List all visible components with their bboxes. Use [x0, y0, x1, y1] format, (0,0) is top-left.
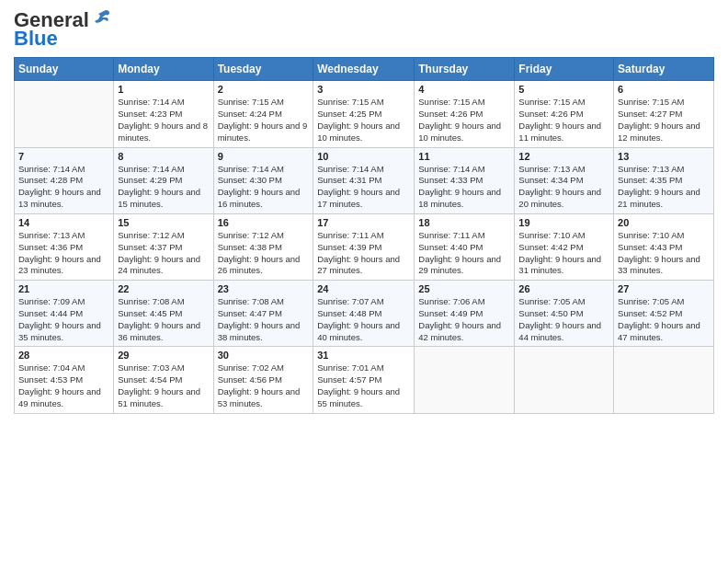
- calendar-cell: 26Sunrise: 7:05 AMSunset: 4:50 PMDayligh…: [515, 281, 614, 347]
- day-number: 17: [317, 217, 410, 228]
- weekday-header-friday: Friday: [515, 58, 614, 81]
- header: General Blue: [14, 9, 714, 50]
- day-number: 19: [518, 217, 609, 228]
- calendar-cell: 16Sunrise: 7:12 AMSunset: 4:38 PMDayligh…: [213, 213, 313, 280]
- day-detail: Sunrise: 7:05 AMSunset: 4:50 PMDaylight:…: [518, 296, 609, 343]
- calendar-cell: 1Sunrise: 7:14 AMSunset: 4:23 PMDaylight…: [114, 81, 213, 147]
- calendar-cell: 15Sunrise: 7:12 AMSunset: 4:37 PMDayligh…: [114, 213, 213, 280]
- calendar-cell: 6Sunrise: 7:15 AMSunset: 4:27 PMDaylight…: [614, 81, 714, 147]
- calendar-cell: 28Sunrise: 7:04 AMSunset: 4:53 PMDayligh…: [15, 347, 114, 413]
- day-detail: Sunrise: 7:01 AMSunset: 4:57 PMDaylight:…: [317, 362, 410, 409]
- day-number: 2: [218, 84, 310, 95]
- day-detail: Sunrise: 7:15 AMSunset: 4:25 PMDaylight:…: [317, 97, 410, 144]
- day-number: 12: [518, 151, 609, 162]
- day-detail: Sunrise: 7:15 AMSunset: 4:26 PMDaylight:…: [418, 97, 510, 144]
- day-detail: Sunrise: 7:10 AMSunset: 4:42 PMDaylight:…: [518, 230, 609, 277]
- day-number: 27: [618, 283, 710, 294]
- weekday-header-sunday: Sunday: [15, 58, 114, 81]
- weekday-header-tuesday: Tuesday: [213, 58, 313, 81]
- calendar-cell: 8Sunrise: 7:14 AMSunset: 4:29 PMDaylight…: [114, 147, 213, 213]
- day-detail: Sunrise: 7:12 AMSunset: 4:37 PMDaylight:…: [118, 230, 209, 277]
- logo: General Blue: [14, 9, 111, 50]
- day-detail: Sunrise: 7:08 AMSunset: 4:47 PMDaylight:…: [218, 296, 310, 343]
- day-detail: Sunrise: 7:11 AMSunset: 4:39 PMDaylight:…: [317, 230, 410, 277]
- week-row-4: 21Sunrise: 7:09 AMSunset: 4:44 PMDayligh…: [15, 281, 714, 347]
- logo-bird-icon: [91, 8, 111, 29]
- weekday-header-thursday: Thursday: [415, 58, 515, 81]
- day-number: 31: [317, 350, 410, 361]
- day-number: 24: [317, 283, 410, 294]
- day-detail: Sunrise: 7:10 AMSunset: 4:43 PMDaylight:…: [618, 230, 710, 277]
- calendar-table: SundayMondayTuesdayWednesdayThursdayFrid…: [14, 57, 714, 413]
- calendar-cell: 2Sunrise: 7:15 AMSunset: 4:24 PMDaylight…: [213, 81, 313, 147]
- day-detail: Sunrise: 7:02 AMSunset: 4:56 PMDaylight:…: [218, 362, 310, 409]
- calendar-cell: 18Sunrise: 7:11 AMSunset: 4:40 PMDayligh…: [415, 213, 515, 280]
- calendar-cell: 19Sunrise: 7:10 AMSunset: 4:42 PMDayligh…: [515, 213, 614, 280]
- calendar-cell: 20Sunrise: 7:10 AMSunset: 4:43 PMDayligh…: [614, 213, 714, 280]
- day-detail: Sunrise: 7:15 AMSunset: 4:27 PMDaylight:…: [618, 97, 710, 144]
- day-detail: Sunrise: 7:06 AMSunset: 4:49 PMDaylight:…: [418, 296, 510, 343]
- day-number: 11: [418, 151, 510, 162]
- calendar-cell: [15, 81, 114, 147]
- day-number: 25: [418, 283, 510, 294]
- calendar-cell: 4Sunrise: 7:15 AMSunset: 4:26 PMDaylight…: [415, 81, 515, 147]
- day-number: 8: [118, 151, 209, 162]
- day-number: 9: [218, 151, 310, 162]
- day-detail: Sunrise: 7:14 AMSunset: 4:33 PMDaylight:…: [418, 164, 510, 211]
- day-number: 13: [618, 151, 710, 162]
- main-container: General Blue SundayMondayTuesdayWednesda…: [0, 0, 728, 423]
- day-number: 21: [18, 283, 109, 294]
- calendar-cell: 17Sunrise: 7:11 AMSunset: 4:39 PMDayligh…: [313, 213, 415, 280]
- calendar-cell: [614, 347, 714, 413]
- day-number: 10: [317, 151, 410, 162]
- calendar-cell: 9Sunrise: 7:14 AMSunset: 4:30 PMDaylight…: [213, 147, 313, 213]
- day-detail: Sunrise: 7:09 AMSunset: 4:44 PMDaylight:…: [18, 296, 109, 343]
- day-detail: Sunrise: 7:13 AMSunset: 4:35 PMDaylight:…: [618, 164, 710, 211]
- day-detail: Sunrise: 7:11 AMSunset: 4:40 PMDaylight:…: [418, 230, 510, 277]
- weekday-header-saturday: Saturday: [614, 58, 714, 81]
- week-row-2: 7Sunrise: 7:14 AMSunset: 4:28 PMDaylight…: [15, 147, 714, 213]
- weekday-header-wednesday: Wednesday: [313, 58, 415, 81]
- week-row-1: 1Sunrise: 7:14 AMSunset: 4:23 PMDaylight…: [15, 81, 714, 147]
- calendar-cell: 21Sunrise: 7:09 AMSunset: 4:44 PMDayligh…: [15, 281, 114, 347]
- week-row-5: 28Sunrise: 7:04 AMSunset: 4:53 PMDayligh…: [15, 347, 714, 413]
- calendar-cell: 11Sunrise: 7:14 AMSunset: 4:33 PMDayligh…: [415, 147, 515, 213]
- day-number: 20: [618, 217, 710, 228]
- calendar-cell: 10Sunrise: 7:14 AMSunset: 4:31 PMDayligh…: [313, 147, 415, 213]
- calendar-cell: 13Sunrise: 7:13 AMSunset: 4:35 PMDayligh…: [614, 147, 714, 213]
- day-number: 16: [218, 217, 310, 228]
- week-row-3: 14Sunrise: 7:13 AMSunset: 4:36 PMDayligh…: [15, 213, 714, 280]
- weekday-header-monday: Monday: [114, 58, 213, 81]
- day-detail: Sunrise: 7:13 AMSunset: 4:34 PMDaylight:…: [518, 164, 609, 211]
- day-detail: Sunrise: 7:14 AMSunset: 4:28 PMDaylight:…: [18, 164, 109, 211]
- day-number: 5: [518, 84, 609, 95]
- calendar-cell: [415, 347, 515, 413]
- day-detail: Sunrise: 7:07 AMSunset: 4:48 PMDaylight:…: [317, 296, 410, 343]
- day-number: 28: [18, 350, 109, 361]
- day-number: 30: [218, 350, 310, 361]
- weekday-header-row: SundayMondayTuesdayWednesdayThursdayFrid…: [15, 58, 714, 81]
- calendar-cell: 31Sunrise: 7:01 AMSunset: 4:57 PMDayligh…: [313, 347, 415, 413]
- day-detail: Sunrise: 7:08 AMSunset: 4:45 PMDaylight:…: [118, 296, 209, 343]
- calendar-cell: 25Sunrise: 7:06 AMSunset: 4:49 PMDayligh…: [415, 281, 515, 347]
- day-number: 26: [518, 283, 609, 294]
- calendar-cell: 14Sunrise: 7:13 AMSunset: 4:36 PMDayligh…: [15, 213, 114, 280]
- day-detail: Sunrise: 7:14 AMSunset: 4:23 PMDaylight:…: [118, 97, 209, 144]
- day-detail: Sunrise: 7:14 AMSunset: 4:29 PMDaylight:…: [118, 164, 209, 211]
- day-detail: Sunrise: 7:15 AMSunset: 4:24 PMDaylight:…: [218, 97, 310, 144]
- day-number: 1: [118, 84, 209, 95]
- calendar-cell: 23Sunrise: 7:08 AMSunset: 4:47 PMDayligh…: [213, 281, 313, 347]
- calendar-cell: [515, 347, 614, 413]
- day-detail: Sunrise: 7:15 AMSunset: 4:26 PMDaylight:…: [518, 97, 609, 144]
- day-number: 7: [18, 151, 109, 162]
- calendar-cell: 5Sunrise: 7:15 AMSunset: 4:26 PMDaylight…: [515, 81, 614, 147]
- day-number: 18: [418, 217, 510, 228]
- calendar-cell: 7Sunrise: 7:14 AMSunset: 4:28 PMDaylight…: [15, 147, 114, 213]
- calendar-cell: 12Sunrise: 7:13 AMSunset: 4:34 PMDayligh…: [515, 147, 614, 213]
- day-detail: Sunrise: 7:13 AMSunset: 4:36 PMDaylight:…: [18, 230, 109, 277]
- day-number: 23: [218, 283, 310, 294]
- day-number: 6: [618, 84, 710, 95]
- logo-blue-text: Blue: [14, 28, 58, 50]
- day-number: 15: [118, 217, 209, 228]
- day-number: 22: [118, 283, 209, 294]
